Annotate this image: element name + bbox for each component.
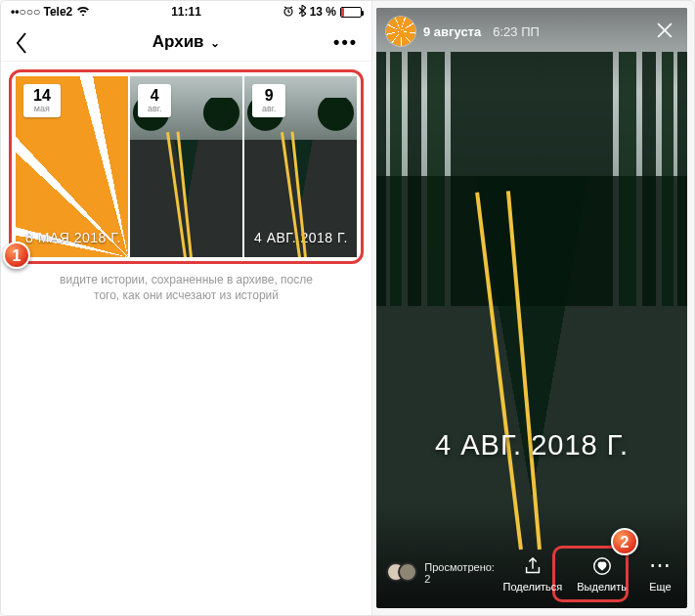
- date-day: 14: [33, 88, 51, 104]
- archive-grid-highlight: 14 мая 8 МАЯ 2018 Г. 4 авг. 9: [9, 69, 364, 264]
- status-left: ••○○○ Tele2: [11, 5, 90, 19]
- highlight-button[interactable]: Выделить: [568, 553, 635, 593]
- avatar[interactable]: [386, 17, 415, 46]
- back-button[interactable]: [15, 30, 28, 54]
- tile-stamp: 4 АВГ. 2018 Г.: [254, 230, 348, 245]
- archive-title-dropdown[interactable]: Архив ⌄: [152, 32, 221, 51]
- story-image: [376, 8, 687, 608]
- viewers-button[interactable]: Просмотрено: 2: [380, 561, 498, 585]
- date-badge: 14 мая: [23, 84, 61, 117]
- date-month: авг.: [148, 104, 161, 114]
- share-icon: [522, 555, 543, 577]
- more-label: Еще: [649, 581, 671, 593]
- options-button[interactable]: •••: [333, 22, 358, 62]
- story-date: 9 августа: [423, 24, 481, 39]
- story-time: 6:23 ПП: [493, 24, 540, 39]
- story-header: 9 августа 6:23 ПП: [376, 8, 687, 55]
- callout-1: 1: [3, 242, 30, 269]
- date-badge: 4 авг.: [138, 84, 171, 117]
- battery-text: 13 %: [310, 5, 336, 19]
- date-day: 4: [148, 88, 161, 104]
- date-month: мая: [33, 104, 51, 114]
- highlight-label: Выделить: [577, 581, 627, 593]
- archive-tile[interactable]: 14 мая 8 МАЯ 2018 Г.: [16, 76, 128, 257]
- carrier-label: Tele2: [44, 5, 73, 19]
- archive-help-text: видите истории, сохраненные в архиве, по…: [1, 272, 371, 303]
- archive-tile[interactable]: 4 авг.: [130, 76, 242, 257]
- bluetooth-icon: [298, 5, 306, 20]
- more-button[interactable]: ⋯ Еще: [637, 553, 683, 593]
- alarm-icon: [282, 5, 294, 20]
- battery-icon: [340, 7, 362, 18]
- archive-title-text: Архив: [152, 32, 204, 51]
- archive-header: Архив ⌄ •••: [1, 22, 371, 62]
- archive-grid: 14 мая 8 МАЯ 2018 Г. 4 авг. 9: [16, 76, 357, 257]
- archive-screen: ••○○○ Tele2 11:11 13 %: [1, 1, 372, 615]
- wifi-icon: [76, 5, 90, 19]
- more-icon: ⋯: [649, 555, 671, 577]
- viewers-label: Просмотрено: 2: [424, 561, 497, 585]
- story-caption: 4 АВГ. 2018 Г.: [376, 429, 687, 462]
- composite-screenshot: ••○○○ Tele2 11:11 13 %: [0, 0, 695, 616]
- date-month: авг.: [262, 104, 276, 114]
- viewer-avatars-icon: [386, 562, 416, 584]
- story-viewer[interactable]: 9 августа 6:23 ПП 4 АВГ. 2018 Г. Просмот…: [376, 8, 687, 608]
- chevron-down-icon: ⌄: [210, 36, 220, 50]
- share-label: Поделиться: [503, 581, 563, 593]
- status-bar: ••○○○ Tele2 11:11 13 %: [1, 1, 371, 22]
- status-time: 11:11: [171, 5, 201, 19]
- share-button[interactable]: Поделиться: [500, 553, 567, 593]
- status-right: 13 %: [282, 5, 362, 20]
- signal-dots-icon: ••○○○: [11, 5, 40, 19]
- heart-circle-icon: [591, 555, 613, 577]
- archive-tile[interactable]: 9 авг. 4 АВГ. 2018 Г.: [244, 76, 357, 257]
- callout-2: 2: [611, 528, 638, 555]
- date-badge: 9 авг.: [252, 84, 285, 117]
- tile-stamp: 8 МАЯ 2018 Г.: [25, 230, 121, 245]
- close-button[interactable]: [652, 18, 677, 43]
- date-day: 9: [262, 88, 276, 104]
- story-toolbar: Просмотрено: 2 Поделиться Выделить ⋯ Еще: [376, 540, 687, 608]
